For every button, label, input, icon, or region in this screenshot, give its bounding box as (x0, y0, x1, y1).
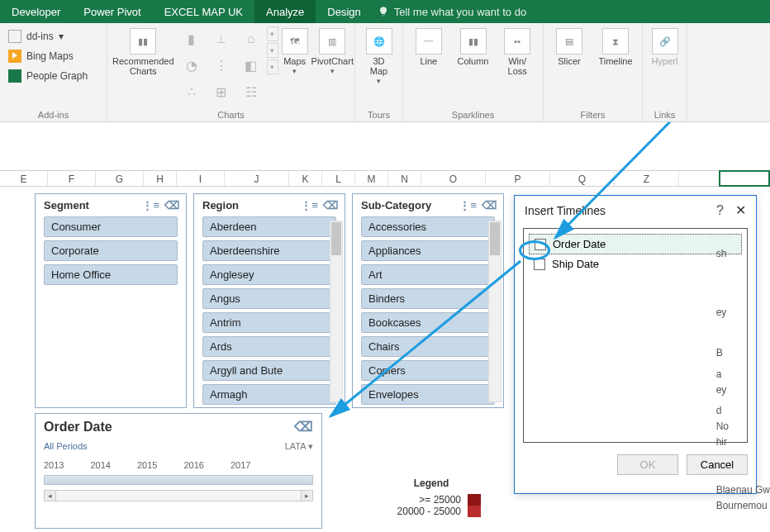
line-icon: 〰 (416, 28, 442, 55)
multiselect-icon[interactable]: ⋮≡ (459, 199, 477, 211)
slicer-item[interactable]: Anglesey (202, 264, 336, 285)
slicer-item[interactable]: Appliances (361, 240, 495, 261)
chart-type-grid[interactable]: ▮⟂⌂ ◔⋮◧ ∴⊞☷ (178, 26, 265, 104)
sparkline-winloss-button[interactable]: ▪▪Win/ Loss (497, 26, 538, 78)
close-icon[interactable]: ✕ (735, 202, 746, 218)
slicer-button[interactable]: ▤Slicer (549, 26, 590, 68)
link-icon: 🔗 (652, 28, 678, 55)
people-graph-label: People Graph (26, 70, 88, 82)
group-label-charts: Charts (112, 108, 349, 120)
slicer-item[interactable]: Ards (202, 336, 336, 357)
slicer-subcat[interactable]: Sub-Category ⋮≡ ⌫ Accessories Appliances… (352, 193, 504, 408)
dialog-field-row[interactable]: Ship Date (529, 254, 742, 273)
active-cell-indicator (719, 170, 770, 187)
slicer-icon: ▤ (556, 28, 582, 55)
slicer-item[interactable]: Accessories (361, 216, 495, 237)
slicer-segment[interactable]: Segment ⋮≡ ⌫ Consumer Corporate Home Off… (35, 193, 187, 408)
col-K[interactable]: K (289, 171, 322, 186)
timeline-unit-dropdown[interactable]: LATA ▾ (285, 441, 313, 452)
tab-powerpivot[interactable]: Power Pivot (72, 0, 152, 23)
multiselect-icon[interactable]: ⋮≡ (142, 199, 159, 211)
slicer-scrollbar[interactable] (330, 221, 343, 402)
tab-developer[interactable]: Developer (0, 0, 72, 23)
dialog-field-row[interactable]: Order Date (529, 234, 742, 254)
multiselect-icon[interactable]: ⋮≡ (301, 199, 318, 211)
col-G[interactable]: G (96, 171, 144, 186)
col-Q[interactable]: Q (550, 171, 615, 186)
slicer-item[interactable]: Armagh (202, 384, 336, 405)
col-P[interactable]: P (486, 171, 550, 186)
timeline-order-date[interactable]: Order Date⌫ All PeriodsLATA ▾ 2013201420… (35, 413, 322, 529)
hyperlink-button[interactable]: 🔗Hyperl (648, 26, 682, 68)
col-Z[interactable]: Z (615, 171, 679, 186)
group-label-filters: Filters (549, 108, 637, 120)
slicer-item[interactable]: Copiers (361, 360, 495, 381)
tab-analyze[interactable]: Analyze (254, 0, 316, 23)
clear-filter-icon[interactable]: ⌫ (164, 199, 179, 211)
3dmap-button[interactable]: 🌐 3D Map ▾ (360, 26, 397, 88)
col-N[interactable]: N (388, 171, 421, 186)
maps-button[interactable]: 🗺 Maps ▾ (282, 26, 308, 78)
bing-icon (8, 50, 21, 63)
ok-button[interactable]: OK (617, 454, 678, 475)
group-sparklines: 〰Line ▮▮Column ▪▪Win/ Loss Sparklines (403, 23, 544, 121)
group-charts: ▮▮ Recommended Charts ▮⟂⌂ ◔⋮◧ ∴⊞☷ ▾▾▾ 🗺 … (107, 23, 355, 121)
sparkline-column-button[interactable]: ▮▮Column (453, 26, 494, 68)
slicer-item[interactable]: Art (361, 264, 495, 285)
sparkline-line-button[interactable]: 〰Line (408, 26, 449, 68)
ribbon-tabs: Developer Power Pivot EXCEL MAP UK Analy… (0, 0, 770, 23)
slicer-item[interactable]: Envelopes (361, 384, 495, 405)
pivotchart-button[interactable]: ▥ PivotChart ▾ (311, 26, 354, 78)
dialog-help-button[interactable]: ? (716, 203, 724, 218)
timeline-button[interactable]: ⧗Timeline (595, 26, 636, 68)
slicer-item[interactable]: Chairs (361, 336, 495, 357)
legend-row-label: 20000 - 25000 (397, 506, 461, 517)
bing-label: Bing Maps (26, 50, 74, 62)
slicer-item[interactable]: Aberdeenshire (202, 240, 336, 261)
slicer-item[interactable]: Binders (361, 288, 495, 309)
3dmap-label: 3D Map (370, 56, 387, 76)
bing-maps-button[interactable]: Bing Maps (5, 48, 91, 64)
clear-filter-icon[interactable]: ⌫ (323, 199, 338, 211)
addins-store-button[interactable]: dd-ins ▾ (5, 28, 91, 45)
slicer-item[interactable]: Consumer (44, 216, 178, 237)
col-I[interactable]: I (177, 171, 225, 186)
timeline-periods-label: All Periods (44, 441, 88, 452)
recommended-charts-button[interactable]: ▮▮ Recommended Charts (112, 26, 174, 78)
people-graph-button[interactable]: People Graph (5, 68, 91, 84)
tab-design[interactable]: Design (316, 0, 372, 23)
store-icon (8, 30, 21, 43)
timeline-scrollbar[interactable]: ◂▸ (44, 490, 313, 501)
group-tours: 🌐 3D Map ▾ Tours (355, 23, 403, 121)
tab-excelmapuk[interactable]: EXCEL MAP UK (153, 0, 254, 23)
col-E[interactable]: E (0, 171, 48, 186)
slicer-item[interactable]: Bookcases (361, 312, 495, 333)
slicer-item[interactable]: Home Office (44, 264, 178, 285)
timeline-range-bar[interactable] (44, 475, 313, 485)
tell-me[interactable]: Tell me what you want to do (378, 6, 526, 18)
column-headers: E F G H I J K L M N O P Q Z (0, 170, 770, 187)
clear-filter-icon[interactable]: ⌫ (482, 199, 497, 211)
timeline-icon: ⧗ (602, 28, 629, 55)
slicer-segment-title: Segment (44, 199, 142, 211)
hyperlink-label: Hyperl (652, 56, 678, 66)
slicer-item[interactable]: Angus (202, 288, 336, 309)
maps-icon: 🗺 (282, 28, 308, 55)
edge-text: sh ey B a ey d No hir Blaenau Gw Bournem… (716, 246, 770, 514)
slicer-item[interactable]: Aberdeen (202, 216, 336, 237)
col-M[interactable]: M (355, 171, 388, 186)
slicer-item[interactable]: Corporate (44, 240, 178, 261)
group-filters: ▤Slicer ⧗Timeline Filters (544, 23, 643, 121)
col-H[interactable]: H (144, 171, 177, 186)
col-O[interactable]: O (421, 171, 486, 186)
slicer-region[interactable]: Region ⋮≡ ⌫ Aberdeen Aberdeenshire Angle… (193, 193, 345, 408)
dialog-field-label: Order Date (553, 238, 606, 250)
col-L[interactable]: L (322, 171, 355, 186)
worksheet[interactable]: E F G H I J K L M N O P Q Z Segment ⋮≡ ⌫… (0, 122, 770, 532)
col-F[interactable]: F (48, 171, 96, 186)
slicer-scrollbar[interactable] (488, 221, 501, 402)
slicer-item[interactable]: Antrim (202, 312, 336, 333)
slicer-item[interactable]: Argyll and Bute (202, 360, 336, 381)
col-J[interactable]: J (225, 171, 289, 186)
clear-filter-icon[interactable]: ⌫ (294, 419, 313, 435)
